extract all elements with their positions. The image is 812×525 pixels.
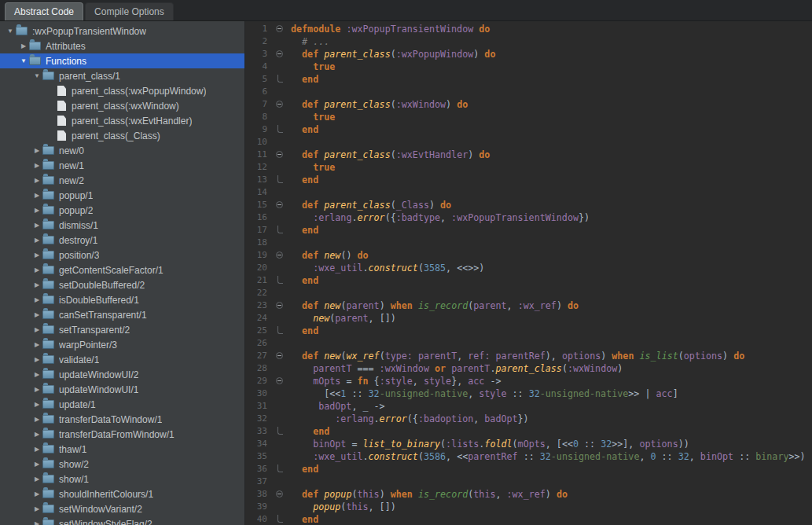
chevron-collapsed-icon[interactable]: ▶ — [31, 266, 42, 274]
chevron-collapsed-icon[interactable]: ▶ — [31, 296, 42, 303]
tree-item-parent-class-wxpopupwindow[interactable]: parent_class(:wxPopupWindow) — [0, 83, 244, 98]
tree-item-label: parent_class(:wxPopupWindow) — [72, 86, 206, 97]
chevron-expanded-icon[interactable]: ▼ — [18, 57, 29, 64]
chevron-collapsed-icon[interactable]: ▶ — [31, 311, 42, 318]
tree-item-parent-class-class[interactable]: parent_class(_Class) — [0, 128, 244, 143]
chevron-collapsed-icon[interactable]: ▶ — [31, 207, 42, 214]
chevron-collapsed-icon[interactable]: ▶ — [31, 251, 42, 259]
line-number: 14 — [245, 186, 272, 199]
fold-start-icon[interactable] — [272, 299, 291, 312]
tree-item-getcontentscalefactor-1[interactable]: ▶getContentScaleFactor/1 — [0, 262, 244, 277]
chevron-collapsed-icon[interactable]: ▶ — [31, 162, 42, 169]
tree-item-updatewindowui-2[interactable]: ▶updateWindowUI/2 — [0, 367, 244, 382]
fold-end-icon[interactable] — [272, 73, 291, 86]
fold-gutter-spacer — [272, 387, 291, 400]
chevron-collapsed-icon[interactable]: ▶ — [31, 490, 42, 497]
tree-item-validate-1[interactable]: ▶validate/1 — [0, 352, 244, 367]
tree-item-show-2[interactable]: ▶show/2 — [0, 457, 244, 472]
code-text: defmodule :wxPopupTransientWindow do — [291, 23, 490, 35]
tree-item-thaw-1[interactable]: ▶thaw/1 — [0, 442, 244, 457]
chevron-collapsed-icon[interactable]: ▶ — [31, 281, 42, 288]
tree-item-transferdatatowindow-1[interactable]: ▶transferDataToWindow/1 — [0, 412, 244, 427]
tree-item-parent-class-wxevthandler[interactable]: parent_class(:wxEvtHandler) — [0, 113, 244, 128]
chevron-collapsed-icon[interactable]: ▶ — [31, 341, 42, 348]
tree-item-parent-class-1[interactable]: ▼parent_class/1 — [0, 68, 244, 83]
tab-abstract-code[interactable]: Abstract Code — [5, 2, 83, 20]
tree-item-setwindowvariant-2[interactable]: ▶setWindowVariant/2 — [0, 501, 244, 516]
tree-item-cansettransparent-1[interactable]: ▶canSetTransparent/1 — [0, 307, 244, 322]
chevron-collapsed-icon[interactable]: ▶ — [31, 222, 42, 229]
fold-end-icon[interactable] — [272, 513, 291, 525]
fold-start-icon[interactable] — [272, 149, 291, 161]
tree-item-label: setTransparent/2 — [59, 325, 130, 336]
tree-item-popup-1[interactable]: ▶popup/1 — [0, 188, 244, 203]
fold-end-icon[interactable] — [272, 123, 291, 136]
tree-item-setdoublebuffered-2[interactable]: ▶setDoubleBuffered/2 — [0, 277, 244, 292]
fold-end-icon[interactable] — [272, 325, 291, 337]
code-editor[interactable]: 1defmodule :wxPopupTransientWindow do2 #… — [245, 21, 812, 525]
chevron-collapsed-icon[interactable]: ▶ — [31, 461, 42, 468]
code-text: :wxe_util.construct(3585, <<>>) — [291, 262, 484, 274]
chevron-collapsed-icon[interactable]: ▶ — [31, 192, 42, 199]
chevron-collapsed-icon[interactable]: ▶ — [31, 475, 42, 483]
chevron-collapsed-icon[interactable]: ▶ — [31, 505, 42, 512]
chevron-collapsed-icon[interactable]: ▶ — [31, 431, 42, 438]
file-icon — [57, 130, 66, 141]
fold-end-icon[interactable] — [272, 274, 291, 287]
tree-item-functions[interactable]: ▼Functions — [0, 53, 244, 68]
line-number: 12 — [245, 161, 272, 174]
fold-end-icon[interactable] — [272, 463, 291, 475]
tree-item-isdoublebuffered-1[interactable]: ▶isDoubleBuffered/1 — [0, 292, 244, 307]
chevron-collapsed-icon[interactable]: ▶ — [31, 177, 42, 184]
tree-item-popup-2[interactable]: ▶popup/2 — [0, 203, 244, 218]
tree-item-new-2[interactable]: ▶new/2 — [0, 173, 244, 188]
fold-start-icon[interactable] — [272, 98, 291, 111]
tree-item-attributes[interactable]: ▶Attributes — [0, 39, 244, 53]
tree-item-update-1[interactable]: ▶update/1 — [0, 397, 244, 412]
tree-item-show-1[interactable]: ▶show/1 — [0, 472, 244, 486]
fold-end-icon[interactable] — [272, 425, 291, 438]
line-number: 31 — [245, 400, 272, 413]
tree-item-dismiss-1[interactable]: ▶dismiss/1 — [0, 218, 244, 233]
chevron-collapsed-icon[interactable]: ▶ — [31, 416, 42, 423]
fold-start-icon[interactable] — [272, 23, 291, 35]
chevron-collapsed-icon[interactable]: ▶ — [31, 401, 42, 408]
line-number: 24 — [245, 312, 272, 325]
chevron-collapsed-icon[interactable]: ▶ — [31, 147, 42, 154]
tree-item-warppointer-3[interactable]: ▶warpPointer/3 — [0, 337, 244, 352]
fold-end-icon[interactable] — [272, 224, 291, 237]
chevron-collapsed-icon[interactable]: ▶ — [31, 446, 42, 453]
chevron-expanded-icon[interactable]: ▼ — [5, 28, 16, 35]
tree-item-updatewindowui-1[interactable]: ▶updateWindowUI/1 — [0, 382, 244, 397]
fold-start-icon[interactable] — [272, 350, 291, 362]
fold-start-icon[interactable] — [272, 249, 291, 262]
tree-item-setwindowstyleflag-2[interactable]: ▶setWindowStyleFlag/2 — [0, 516, 244, 525]
chevron-collapsed-icon[interactable]: ▶ — [31, 326, 42, 333]
fold-end-icon[interactable] — [272, 174, 291, 186]
tree-item-settransparent-2[interactable]: ▶setTransparent/2 — [0, 322, 244, 337]
tree-item-parent-class-wxwindow[interactable]: parent_class(:wxWindow) — [0, 98, 244, 113]
chevron-collapsed-icon[interactable]: ▶ — [31, 237, 42, 244]
line-number: 8 — [245, 111, 272, 123]
tree-item-transferdatafromwindow-1[interactable]: ▶transferDataFromWindow/1 — [0, 427, 244, 442]
fold-start-icon[interactable] — [272, 488, 291, 501]
tab-compile-options[interactable]: Compile Options — [85, 2, 174, 20]
chevron-collapsed-icon[interactable]: ▶ — [31, 356, 42, 363]
tree-item-position-3[interactable]: ▶position/3 — [0, 248, 244, 262]
chevron-collapsed-icon[interactable]: ▶ — [31, 371, 42, 378]
tree-item-wxpopuptransientwindow[interactable]: ▼:wxPopupTransientWindow — [0, 24, 244, 39]
chevron-collapsed-icon[interactable]: ▶ — [31, 520, 42, 525]
code-text: def popup(this) when is_record(this, :wx… — [291, 488, 568, 501]
tree-item-new-0[interactable]: ▶new/0 — [0, 143, 244, 158]
folder-icon — [42, 161, 54, 170]
tree-item-destroy-1[interactable]: ▶destroy/1 — [0, 233, 244, 248]
chevron-collapsed-icon[interactable]: ▶ — [18, 42, 29, 50]
chevron-collapsed-icon[interactable]: ▶ — [31, 386, 42, 393]
chevron-expanded-icon[interactable]: ▼ — [31, 72, 42, 79]
fold-start-icon[interactable] — [272, 375, 291, 387]
tree-item-new-1[interactable]: ▶new/1 — [0, 158, 244, 173]
fold-start-icon[interactable] — [272, 48, 291, 61]
fold-start-icon[interactable] — [272, 199, 291, 211]
tree-item-shouldinheritcolours-1[interactable]: ▶shouldInheritColours/1 — [0, 486, 244, 501]
folder-icon — [42, 251, 54, 259]
